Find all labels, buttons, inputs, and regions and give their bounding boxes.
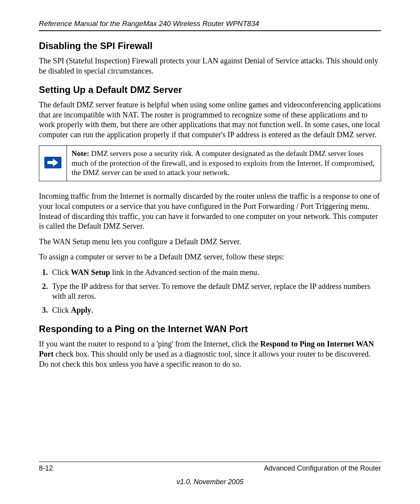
heading-ping-wan: Responding to a Ping on the Internet WAN…	[39, 324, 381, 334]
footer-section-title: Advanced Configuration of the Router	[264, 464, 381, 472]
note-text: Note: DMZ servers pose a security risk. …	[67, 145, 381, 181]
list-item: Click WAN Setup link in the Advanced sec…	[50, 268, 381, 278]
paragraph-text: If you want the router to respond to a '…	[39, 340, 260, 348]
note-label: Note:	[72, 149, 89, 158]
footer-rule	[39, 462, 381, 462]
step-text: Click	[52, 306, 71, 314]
header-rule	[39, 30, 381, 31]
page-number: 8-12	[39, 464, 53, 472]
svg-marker-0	[47, 159, 58, 166]
paragraph: The WAN Setup menu lets you configure a …	[39, 237, 381, 247]
paragraph: If you want the router to respond to a '…	[39, 339, 381, 369]
step-text-bold: Apply	[71, 306, 91, 314]
ordered-steps: Click WAN Setup link in the Advanced sec…	[39, 268, 381, 315]
step-text-bold: WAN Setup	[71, 268, 110, 276]
note-body: DMZ servers pose a security risk. A comp…	[72, 149, 374, 177]
heading-spi-firewall: Disabling the SPI Firewall	[39, 40, 381, 51]
paragraph-text: check box. This should only be used as a…	[39, 350, 371, 368]
list-item: Click Apply.	[50, 305, 381, 315]
step-text: link in the Advanced section of the main…	[110, 268, 259, 276]
heading-dmz-server: Setting Up a Default DMZ Server	[39, 84, 381, 95]
page-footer: 8-12 Advanced Configuration of the Route…	[39, 462, 381, 486]
paragraph: To assign a computer or server to be a D…	[39, 252, 381, 262]
paragraph: Incoming traffic from the Internet is no…	[39, 191, 381, 231]
document-page: Reference Manual for the RangeMax 240 Wi…	[0, 0, 420, 504]
step-text: .	[91, 306, 93, 314]
note-icon-cell	[39, 145, 67, 181]
step-text: Click	[52, 268, 71, 276]
paragraph: The default DMZ server feature is helpfu…	[39, 100, 381, 140]
arrow-right-icon	[44, 157, 61, 168]
footer-version: v1.0, November 2005	[39, 478, 381, 486]
note-callout: Note: DMZ servers pose a security risk. …	[39, 145, 381, 182]
running-head: Reference Manual for the RangeMax 240 Wi…	[39, 19, 381, 28]
paragraph: The SPI (Stateful Inspection) Firewall p…	[39, 56, 381, 76]
list-item: Type the IP address for that server. To …	[50, 282, 381, 301]
